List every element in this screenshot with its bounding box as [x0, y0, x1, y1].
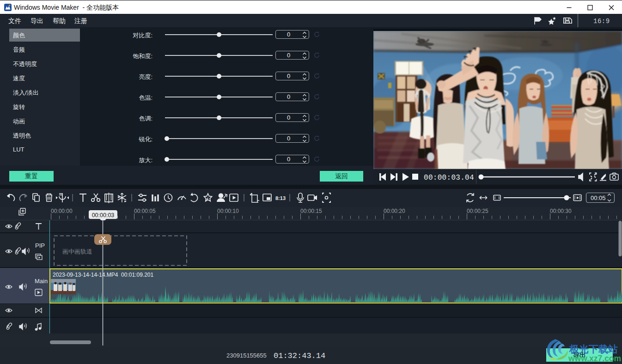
- svg-text:00:00:03.04: 00:00:03.04: [424, 174, 474, 182]
- svg-text:www.xz7.com: www.xz7.com: [568, 354, 621, 363]
- svg-text:00:00:15: 00:00:15: [300, 208, 322, 214]
- svg-text:00:05: 00:05: [591, 194, 606, 201]
- svg-text:00:00:05: 00:00:05: [134, 208, 156, 214]
- svg-text:8:13: 8:13: [275, 195, 286, 201]
- svg-text:00:00:03: 00:00:03: [92, 212, 115, 218]
- svg-text:00:00:20: 00:00:20: [384, 208, 405, 214]
- svg-text:00:00:10: 00:00:10: [217, 208, 239, 214]
- svg-text:Main: Main: [35, 278, 48, 285]
- svg-text:00:00:25: 00:00:25: [467, 208, 488, 214]
- svg-text:00:00:00: 00:00:00: [51, 208, 73, 214]
- svg-text:PIP: PIP: [35, 242, 45, 249]
- svg-text:00:00:30: 00:00:30: [550, 208, 572, 214]
- svg-text:画中画轨道: 画中画轨道: [62, 248, 92, 255]
- svg-text:极光下载站: 极光下载站: [569, 344, 618, 354]
